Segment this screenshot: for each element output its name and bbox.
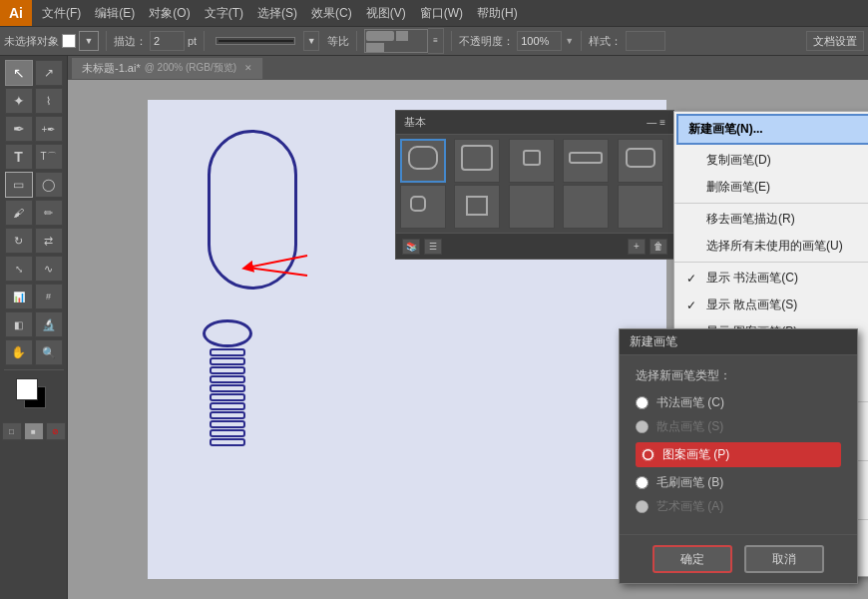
rotate-tool[interactable]: ↻ bbox=[5, 228, 33, 254]
style-input[interactable] bbox=[626, 31, 665, 51]
warp-tool[interactable]: ∿ bbox=[35, 256, 63, 282]
dialog-confirm-button[interactable]: 确定 bbox=[652, 545, 732, 573]
normal-mode-btn[interactable]: □ bbox=[2, 422, 22, 440]
brush-item-6[interactable] bbox=[400, 185, 446, 229]
tab-close-icon[interactable]: ✕ bbox=[244, 63, 252, 73]
menu-delete[interactable]: 删除画笔(E) bbox=[674, 174, 868, 201]
no-selection-label: 未选择对象 bbox=[4, 34, 59, 49]
brush-thumb-svg-4 bbox=[568, 143, 604, 179]
brush-item-3[interactable] bbox=[509, 139, 555, 183]
document-tab[interactable]: 未标题-1.ai* @ 200% (RGB/预览) ✕ bbox=[72, 58, 263, 79]
tool-row-11: ✋ 🔍 bbox=[5, 339, 63, 365]
brush-thumb-3 bbox=[366, 43, 384, 53]
menu-object[interactable]: 对象(O) bbox=[143, 3, 196, 24]
panel-menu-btn[interactable]: ≡ bbox=[659, 117, 665, 128]
type-tool[interactable]: T bbox=[5, 144, 33, 170]
brush-item-8[interactable] bbox=[509, 185, 555, 229]
top-bar: Ai 文件(F) 编辑(E) 对象(O) 文字(T) 选择(S) 效果(C) 视… bbox=[0, 0, 868, 26]
divider-4 bbox=[451, 31, 452, 51]
radio-art-label: 艺术画笔 (A) bbox=[656, 498, 723, 515]
menu-select[interactable]: 选择(S) bbox=[251, 3, 303, 24]
radio-scatter: 散点画笔 (S) bbox=[636, 418, 841, 435]
opacity-label: 不透明度： bbox=[459, 34, 514, 49]
menu-window[interactable]: 窗口(W) bbox=[414, 3, 469, 24]
opacity-input[interactable] bbox=[517, 31, 562, 51]
menu-duplicate[interactable]: 复制画笔(D) bbox=[674, 147, 868, 174]
menu-select-unused[interactable]: 选择所有未使用的画笔(U) bbox=[674, 233, 868, 260]
path-type-tool[interactable]: T⌒ bbox=[35, 144, 63, 170]
radio-pattern-input[interactable] bbox=[642, 448, 654, 461]
add-anchor-tool[interactable]: +✒ bbox=[35, 116, 63, 142]
lasso-tool[interactable]: ⌇ bbox=[35, 88, 63, 114]
new-brush-btn[interactable]: + bbox=[628, 239, 646, 255]
menu-remove-stroke[interactable]: 移去画笔描边(R) bbox=[674, 206, 868, 233]
select-icon: ↖ bbox=[13, 65, 25, 81]
svg-rect-7 bbox=[411, 197, 425, 211]
brush-item-1[interactable] bbox=[400, 139, 446, 183]
brush-item-10[interactable] bbox=[618, 185, 663, 229]
screw-seg-1 bbox=[210, 348, 245, 356]
doc-settings-button[interactable]: 文档设置 bbox=[806, 31, 864, 51]
menu-help[interactable]: 帮助(H) bbox=[471, 3, 524, 24]
eyedropper-tool[interactable]: 🔬 bbox=[35, 311, 63, 337]
opacity-dropdown-arrow[interactable]: ▼ bbox=[565, 36, 574, 46]
fill-mode-icon: ■ bbox=[31, 427, 36, 436]
fill-color-swatch[interactable] bbox=[62, 34, 76, 48]
brush-item-9[interactable] bbox=[563, 185, 609, 229]
warp-icon: ∿ bbox=[44, 263, 53, 276]
scale-tool[interactable]: ⤡ bbox=[5, 256, 33, 282]
direct-select-tool[interactable]: ↗ bbox=[35, 60, 63, 86]
menu-show-calligraphy[interactable]: ✓显示 书法画笔(C) bbox=[674, 265, 868, 292]
divider-1 bbox=[106, 31, 107, 51]
stroke-dropdown-arrow[interactable]: ▼ bbox=[303, 31, 319, 51]
fill-dropdown[interactable]: ▼ bbox=[79, 31, 99, 51]
radio-calligraphy: 书法画笔 (C) bbox=[636, 394, 841, 411]
mesh-tool[interactable]: # bbox=[35, 284, 63, 309]
radio-bristle-input[interactable] bbox=[636, 476, 649, 489]
panel-minimize-btn[interactable]: — bbox=[647, 117, 656, 128]
pen-tool[interactable]: ✒ bbox=[5, 116, 33, 142]
menu-effect[interactable]: 效果(C) bbox=[305, 3, 358, 24]
zoom-tool[interactable]: 🔍 bbox=[35, 339, 63, 365]
lasso-icon: ⌇ bbox=[46, 95, 51, 108]
screw-seg-9 bbox=[210, 420, 245, 428]
select-tool[interactable]: ↖ bbox=[5, 60, 33, 86]
svg-rect-3 bbox=[462, 146, 492, 170]
fill-mode-btn[interactable]: ■ bbox=[24, 422, 44, 440]
none-mode-btn[interactable]: ⊘ bbox=[46, 422, 66, 440]
magic-wand-tool[interactable]: ✦ bbox=[5, 88, 33, 114]
brush-item-4[interactable] bbox=[563, 139, 609, 183]
menu-show-scatter[interactable]: ✓显示 散点画笔(S) bbox=[674, 292, 868, 318]
dialog-cancel-button[interactable]: 取消 bbox=[744, 545, 824, 573]
radio-calligraphy-input[interactable] bbox=[636, 396, 649, 409]
delete-brush-btn[interactable]: 🗑 bbox=[650, 239, 667, 255]
tool-separator bbox=[4, 369, 64, 370]
menu-type[interactable]: 文字(T) bbox=[199, 3, 249, 24]
brush-thumb-svg-2 bbox=[459, 143, 495, 179]
radio-calligraphy-label: 书法画笔 (C) bbox=[656, 394, 724, 411]
reflect-tool[interactable]: ⇄ bbox=[35, 228, 63, 254]
menu-file[interactable]: 文件(F) bbox=[36, 3, 87, 24]
hand-tool[interactable]: ✋ bbox=[5, 339, 33, 365]
brush-item-2[interactable] bbox=[454, 139, 500, 183]
stroke-value-input[interactable] bbox=[150, 31, 185, 51]
bar-graph-tool[interactable]: 📊 bbox=[5, 284, 33, 309]
menu-view[interactable]: 视图(V) bbox=[360, 3, 412, 24]
direct-select-icon: ↗ bbox=[44, 66, 54, 80]
brush-item-7[interactable] bbox=[454, 185, 500, 229]
pencil-tool[interactable]: ✏ bbox=[35, 200, 63, 226]
brush-item-5[interactable] bbox=[618, 139, 663, 183]
rect-tool[interactable]: ▭ bbox=[5, 172, 33, 198]
menu-new-brush[interactable]: 新建画笔(N)... bbox=[676, 114, 868, 145]
brush-options-btn[interactable]: ☰ bbox=[424, 239, 442, 255]
tool-row-10: ◧ 🔬 bbox=[5, 311, 63, 337]
brush-lib-btn[interactable]: 📚 bbox=[402, 239, 420, 255]
fg-color-box[interactable] bbox=[16, 378, 38, 400]
brush-preview-box[interactable] bbox=[364, 29, 428, 53]
color-area bbox=[16, 378, 52, 414]
ellipse-tool[interactable]: ◯ bbox=[35, 172, 63, 198]
gradient-tool[interactable]: ◧ bbox=[5, 311, 33, 337]
paintbrush-tool[interactable]: 🖌 bbox=[5, 200, 33, 226]
menu-edit[interactable]: 编辑(E) bbox=[89, 3, 141, 24]
brush-panel-dropdown-btn[interactable]: ≡ bbox=[428, 28, 444, 54]
